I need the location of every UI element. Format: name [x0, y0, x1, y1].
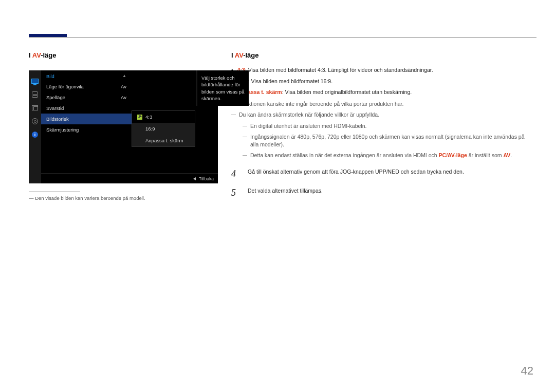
menu-item: Läge för ögonvilaAv [41, 81, 132, 92]
bullet-rest: : Visa bilden med bildformatet 16:9. [248, 78, 332, 84]
submenu-item: 16:9 [132, 123, 195, 135]
submenu-item-selected: 4:3 [132, 111, 195, 123]
menu-item-value: Av [121, 95, 126, 100]
title-suffix: -läge [41, 51, 56, 59]
submenu-item-label: 16:9 [145, 126, 155, 132]
dash-note: Du kan ändra skärmstorlek när följande v… [231, 111, 529, 119]
check-icon [137, 115, 142, 120]
bullet-rest: : Visa bilden med originalbildformatet u… [282, 89, 412, 95]
step-text: Gå till önskat alternativ genom att föra… [248, 169, 464, 175]
back-arrow-icon [193, 177, 196, 180]
menu-item-label: Bildstorlek [46, 116, 69, 122]
osd-footer: Tillbaka [41, 173, 218, 183]
dash-text: Funktionen kanske inte ingår beroende på… [239, 100, 403, 108]
title-accent: AV [32, 51, 41, 59]
step-number: 4 [231, 169, 240, 179]
info-icon: i [31, 131, 39, 138]
dash-pre: Detta kan endast ställas in när det exte… [250, 152, 439, 158]
bullet-item: Anpassa t. skärm: Visa bilden med origin… [231, 88, 529, 96]
figure-note: ― Den visade bilden kan variera beroende… [29, 195, 218, 201]
title-accent: AV [235, 51, 243, 59]
steps-list: 4 Gå till önskat alternativ genom att fö… [231, 169, 529, 198]
dash-tail: AV [503, 152, 510, 158]
menu-item-label: Spelläge [46, 95, 65, 100]
back-label: Tillbaka [199, 176, 214, 181]
title-prefix: I [231, 51, 235, 59]
note-separator [29, 192, 80, 192]
bullet-item: 16:9: Visa bilden med bildformatet 16:9. [231, 78, 529, 85]
menu-item: Skärmjustering [41, 124, 132, 135]
menu-item: SpellägeAv [41, 92, 132, 103]
title-prefix: I [29, 51, 32, 59]
step-text: Det valda alternativet tillämpas. [248, 188, 323, 194]
step-item: 5 Det valda alternativet tillämpas. [231, 188, 529, 198]
figure-note-text: Den visade bilden kan variera beroende p… [35, 195, 145, 201]
pip-icon [31, 104, 39, 111]
dash-mid: PC/AV-läge [439, 152, 467, 158]
dash-text: Du kan ändra skärmstorlek när följande v… [239, 111, 379, 119]
osd-help: Välj storlek och bildförhållande för bil… [196, 70, 249, 106]
submenu-item-label: 4:3 [145, 114, 152, 120]
monitor-icon [31, 78, 39, 85]
bullet-list: 4:3: Visa bilden med bildformatet 4:3. L… [231, 66, 529, 96]
menu-item-label: Skärmjustering [46, 127, 79, 133]
header-divider [29, 37, 536, 38]
menu-item-selected: Bildstorlek [41, 114, 132, 124]
submenu-item: Anpassa t. skärm [132, 135, 195, 146]
bullet-item: 4:3: Visa bilden med bildformatet 4:3. L… [231, 66, 529, 74]
osd-main: Bild ▲ Läge för ögonvilaAv SpellägeAv Sv… [41, 70, 132, 173]
dash-note: Funktionen kanske inte ingår beroende på… [231, 100, 529, 108]
menu-item-label: Läge för ögonvila [46, 84, 84, 89]
gear-icon [31, 118, 39, 125]
title-suffix: -läge [243, 51, 258, 59]
bullet-rest: : Visa bilden med bildformatet 4:3. Lämp… [245, 67, 433, 73]
section-title-left: I AV-läge [29, 51, 218, 59]
menu-item: Svarstid [41, 103, 132, 114]
menu-item-label: Svarstid [46, 105, 64, 111]
dash-tailpost: . [510, 152, 512, 158]
dash-text: En digital utenhet är ansluten med HDMI-… [250, 122, 366, 130]
osd-category: Bild ▲ [41, 70, 132, 81]
step-item: 4 Gå till önskat alternativ genom att fö… [231, 169, 529, 179]
dash-subnote: Ingångssignalen är 480p, 576p, 720p elle… [243, 133, 529, 148]
dash-text: Ingångssignalen är 480p, 576p, 720p elle… [250, 133, 529, 148]
frame-icon [31, 91, 39, 98]
dash-subnote: Detta kan endast ställas in när det exte… [243, 152, 529, 159]
osd-sidebar: i [29, 70, 41, 183]
dash-post: är inställt som [467, 152, 504, 158]
osd-screenshot: i Bild ▲ Läge för ögonvilaAv SpellägeAv … [29, 70, 218, 183]
osd-help-text: Välj storlek och bildförhållande för bil… [201, 75, 244, 101]
dash-subnote: En digital utenhet är ansluten med HDMI-… [243, 122, 529, 130]
menu-item-value: Av [121, 84, 126, 89]
page-number: 42 [521, 364, 533, 378]
osd-submenu: 4:3 16:9 Anpassa t. skärm [132, 110, 195, 147]
up-arrow-icon: ▲ [122, 73, 126, 79]
osd-category-title: Bild [46, 73, 54, 79]
section-title-right: I AV-läge [231, 51, 529, 59]
step-number: 5 [231, 188, 240, 198]
submenu-item-label: Anpassa t. skärm [145, 138, 183, 143]
